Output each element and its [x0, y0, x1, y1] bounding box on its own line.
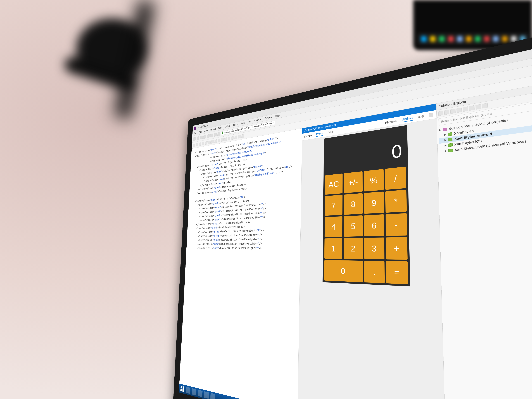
tool-icon[interactable] — [208, 140, 211, 144]
calculator-button-x[interactable]: * — [385, 190, 407, 213]
calculator-button-3[interactable]: 3 — [364, 238, 385, 260]
expand-icon[interactable] — [439, 129, 441, 132]
show-all-files-icon[interactable] — [456, 108, 462, 113]
calculator-button-x[interactable]: = — [386, 261, 408, 284]
taskbar-icon[interactable] — [198, 390, 203, 397]
calculator-button-5[interactable]: 5 — [344, 215, 363, 237]
calculator-button-xxx[interactable]: +/- — [344, 171, 362, 193]
expand-icon[interactable] — [445, 150, 447, 152]
expand-icon[interactable] — [444, 134, 446, 136]
device-option-tablet[interactable]: Tablet — [327, 130, 334, 134]
taskbar-icon[interactable] — [204, 391, 209, 399]
menu-item[interactable]: Team — [233, 123, 238, 127]
windows-start-icon[interactable] — [180, 386, 184, 392]
taskbar-icon[interactable] — [210, 393, 215, 399]
sync-icon[interactable] — [475, 104, 481, 109]
solution-icon — [443, 128, 447, 131]
back-icon[interactable] — [193, 137, 196, 141]
tool-icon[interactable] — [218, 139, 220, 142]
calculator-button-2[interactable]: 2 — [344, 238, 363, 259]
tool-icon[interactable] — [196, 143, 198, 146]
calculator-button-x[interactable]: + — [386, 237, 407, 260]
menu-item[interactable]: Tools — [240, 121, 245, 125]
menu-item[interactable]: Analyze — [254, 118, 261, 122]
device-option-phone[interactable]: Phone — [316, 131, 323, 137]
save-icon[interactable] — [207, 134, 209, 138]
rotate-icon[interactable] — [429, 113, 433, 117]
tool-icon[interactable] — [238, 135, 241, 139]
platform-option-ios[interactable]: iOS — [418, 114, 424, 119]
csharp-project-icon — [448, 149, 453, 152]
tool-icon[interactable] — [228, 137, 230, 140]
tool-icon[interactable] — [202, 142, 204, 145]
calculator-button-6[interactable]: 6 — [364, 214, 384, 236]
new-icon[interactable] — [200, 136, 203, 139]
xaml-editor[interactable]: <"c-red">class="c-red">?xml "c-red">vers… — [179, 128, 302, 399]
previewer-canvas: 0 AC+/-%/789*456-123+0.= — [298, 118, 446, 399]
menu-item[interactable]: Project — [210, 128, 216, 131]
calculator-button-4[interactable]: 4 — [324, 216, 342, 237]
menu-item[interactable]: Help — [275, 114, 280, 118]
expand-icon[interactable] — [444, 144, 446, 147]
tool-icon[interactable] — [193, 144, 195, 147]
platform-option-android[interactable]: Android — [402, 116, 413, 122]
menu-item[interactable]: View — [204, 129, 208, 133]
vs-logo-icon — [194, 127, 196, 130]
play-icon — [222, 132, 224, 134]
wrench-icon[interactable] — [482, 103, 488, 108]
calculator-button-0[interactable]: 0 — [324, 260, 363, 282]
menu-item[interactable]: File — [194, 132, 196, 135]
open-icon[interactable] — [203, 135, 206, 139]
tool-icon[interactable] — [231, 136, 234, 140]
properties-icon[interactable] — [463, 106, 468, 112]
save-all-icon[interactable] — [210, 133, 213, 137]
refresh-icon[interactable] — [444, 110, 450, 115]
calculator-button-1[interactable]: 1 — [324, 238, 342, 259]
menu-item[interactable]: Window — [264, 116, 272, 120]
calculator-button-8[interactable]: 8 — [344, 193, 363, 215]
xamarin-previewer-pane: Xamarin.Forms Previewer Device: Phone Ta… — [298, 104, 446, 399]
calculator-app-preview: 0 AC+/-%/789*456-123+0.= — [323, 125, 410, 286]
platform-label: Platform: — [385, 119, 398, 125]
tool-icon[interactable] — [199, 142, 201, 146]
taskbar-icon[interactable] — [192, 388, 196, 395]
calculator-button-7[interactable]: 7 — [325, 195, 342, 216]
csharp-project-icon — [448, 143, 453, 147]
redo-icon[interactable] — [217, 132, 220, 136]
ide-title: Visual Studio — [197, 124, 209, 129]
microphone-blurred — [55, 8, 148, 127]
tool-icon[interactable] — [214, 139, 217, 143]
menu-item[interactable]: Edit — [199, 131, 202, 134]
undo-icon[interactable] — [214, 133, 217, 137]
calculator-button-x[interactable]: . — [364, 261, 385, 283]
calculator-button-9[interactable]: 9 — [364, 191, 384, 214]
laptop: Visual Studio File Edit View Project Bui… — [149, 92, 532, 399]
home-icon[interactable] — [438, 111, 443, 116]
menu-item[interactable]: Build — [218, 126, 222, 130]
device-label: Device: — [304, 134, 312, 138]
tool-icon[interactable] — [205, 141, 208, 145]
tool-icon[interactable] — [241, 134, 244, 138]
collapse-icon[interactable] — [450, 108, 456, 114]
menu-item[interactable]: Debug — [225, 124, 230, 128]
chevron-down-icon: ▾ — [272, 121, 273, 124]
tool-icon[interactable] — [234, 135, 237, 139]
calculator-button-x[interactable]: / — [385, 166, 406, 190]
solution-explorer-pane: Solution Explorer — [436, 65, 532, 399]
csharp-project-icon — [448, 132, 452, 136]
csharp-project-icon — [448, 138, 452, 141]
calculator-button-x[interactable]: % — [364, 169, 384, 192]
tool-icon[interactable] — [224, 137, 227, 141]
tool-icon[interactable] — [211, 140, 214, 143]
forward-icon[interactable] — [196, 136, 199, 140]
tool-icon[interactable] — [221, 138, 224, 142]
taskbar-icon[interactable] — [186, 387, 190, 394]
menu-item[interactable]: Test — [248, 120, 252, 123]
calculator-button-x[interactable]: - — [386, 213, 407, 236]
expand-icon[interactable] — [444, 139, 446, 141]
preview-icon[interactable] — [469, 105, 475, 111]
calculator-button-AC[interactable]: AC — [325, 173, 342, 195]
